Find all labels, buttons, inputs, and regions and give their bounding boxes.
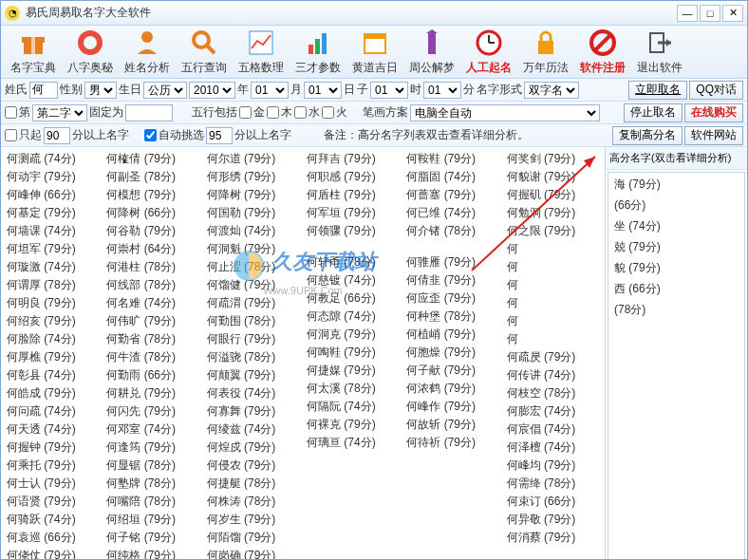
name-item[interactable]: 何邓室 (74分) [103, 421, 202, 438]
name-item[interactable]: 何岁生 (79分) [203, 512, 303, 528]
maximize-button[interactable]: □ [700, 5, 720, 22]
calendar-select[interactable]: 公历 [143, 82, 187, 99]
name-item[interactable]: 何尔道 (79分) [203, 151, 303, 167]
side-list-item[interactable]: 海 (79分) [610, 175, 742, 194]
name-item[interactable]: 何形绣 (79分) [203, 169, 303, 185]
name-item[interactable]: 何模想 (79分) [103, 187, 202, 203]
shui-checkbox[interactable] [294, 106, 307, 119]
name-item[interactable]: 何子献 (79分) [402, 363, 502, 379]
name-item[interactable]: 何降树 (79分) [203, 187, 303, 203]
name-item[interactable]: 何绍亥 (79分) [3, 313, 103, 329]
name-item[interactable]: 何貌谢 (79分) [503, 169, 603, 185]
name-item[interactable]: 何璇激 (74分) [3, 259, 103, 275]
name-item[interactable]: 何崇村 (64分) [103, 241, 202, 257]
name-item[interactable]: 何宸倡 (74分) [503, 421, 603, 438]
name-item[interactable]: 何 [503, 313, 603, 329]
huo-checkbox[interactable] [322, 106, 334, 119]
auto-checkbox[interactable] [144, 129, 157, 141]
name-item[interactable]: 何耕兑 (79分) [103, 385, 202, 401]
name-item[interactable]: 何太溪 (78分) [303, 381, 402, 397]
mu-checkbox[interactable] [267, 106, 279, 119]
month-select[interactable]: 01 [251, 82, 289, 99]
name-item[interactable]: 何捷艇 (78分) [203, 476, 303, 492]
name-item[interactable]: 何应歪 (79分) [402, 290, 502, 307]
name-item[interactable]: 何勤省 (78分) [103, 331, 202, 347]
name-item[interactable]: 何渡灿 (74分) [203, 223, 303, 239]
side-list-item[interactable]: 西 (66分) [610, 279, 742, 298]
name-item[interactable]: 何纯格 (79分) [103, 548, 202, 560]
name-item[interactable]: 何膨宏 (74分) [503, 403, 603, 420]
stop-button[interactable]: 停止取名 [624, 103, 683, 122]
toolbar-gift[interactable]: 名字宝典 [5, 26, 62, 78]
name-item[interactable]: 何闪先 (79分) [103, 403, 202, 420]
name-item[interactable]: 何袁巡 (66分) [3, 530, 103, 546]
name-item[interactable]: 何消蔡 (79分) [503, 530, 603, 546]
name-item[interactable]: 何浓鹤 (79分) [402, 381, 502, 397]
name-item[interactable]: 何测疏 (74分) [3, 151, 103, 167]
name-item[interactable]: 何株涛 (78分) [203, 494, 303, 510]
name-item[interactable]: 何骑跃 (74分) [3, 512, 103, 528]
name-item[interactable]: 何态隙 (74分) [303, 308, 402, 325]
name-item[interactable]: 何线部 (78分) [103, 277, 202, 293]
name-item[interactable]: 何彰县 (74分) [3, 367, 103, 383]
toolbar-no[interactable]: 软件注册 [574, 26, 631, 78]
name-item[interactable]: 何绍垣 (79分) [103, 512, 202, 528]
name-item[interactable]: 何裸克 (79分) [303, 417, 402, 433]
name-item[interactable]: 何勤围 (78分) [203, 313, 303, 329]
side-list-item[interactable]: 貌 (79分) [610, 258, 742, 277]
name-item[interactable]: 何峰伸 (66分) [3, 187, 103, 203]
name-item[interactable]: 何语贤 (79分) [3, 494, 103, 510]
name-item[interactable]: 何异敬 (79分) [503, 512, 603, 528]
name-item[interactable]: 何皓成 (79分) [3, 385, 103, 401]
name-item[interactable]: 何种堡 (78分) [402, 308, 502, 325]
name-item[interactable]: 何拜吉 (79分) [303, 151, 402, 167]
name-item[interactable]: 何煌戍 (79分) [203, 439, 303, 456]
qq-button[interactable]: QQ对话 [689, 81, 743, 100]
name-item[interactable]: 何谓厚 (78分) [3, 277, 103, 293]
name-item[interactable]: 何倩韭 (79分) [402, 272, 502, 289]
name-item[interactable]: 何伟旷 (79分) [103, 313, 202, 329]
name-item[interactable]: 何榷倩 (79分) [103, 151, 202, 167]
toolbar-calendar[interactable]: 黄道吉日 [346, 26, 403, 78]
auto-input[interactable] [206, 127, 233, 144]
hour-select[interactable]: 01 [370, 82, 408, 99]
name-item[interactable]: 何寡舞 (79分) [203, 403, 303, 420]
name-item[interactable]: 何侥仗 (79分) [3, 548, 103, 560]
fixed-input[interactable] [125, 104, 173, 121]
name-item[interactable]: 何问疏 (74分) [3, 403, 103, 420]
bihua-select[interactable]: 电脑全自动 [410, 104, 600, 121]
name-item[interactable]: 何表役 (74分) [203, 385, 303, 401]
surname-input[interactable] [29, 82, 58, 99]
name-item[interactable]: 何洞克 (79分) [303, 327, 402, 343]
name-item[interactable]: 何介锗 (78分) [402, 223, 502, 239]
name-item[interactable]: 何明良 (79分) [3, 295, 103, 311]
name-item[interactable]: 何奖剑 (79分) [503, 151, 603, 167]
day-select[interactable]: 01 [304, 82, 342, 99]
name-item[interactable]: 何疏渭 (79分) [203, 295, 303, 311]
name-item[interactable]: 何待祈 (79分) [402, 435, 502, 451]
name-item[interactable]: 何故斩 (79分) [402, 417, 502, 433]
name-item[interactable]: 何峰均 (79分) [503, 457, 603, 474]
name-item[interactable]: 何 [503, 295, 603, 311]
name-form-select[interactable]: 双字名 [524, 82, 579, 99]
name-item[interactable]: 何 [503, 241, 603, 257]
name-item[interactable]: 何之限 (79分) [503, 223, 603, 239]
name-item[interactable]: 何需绛 (78分) [503, 476, 603, 492]
name-item[interactable]: 何蔷塞 (79分) [402, 187, 502, 203]
toolbar-exit[interactable]: 退出软件 [631, 26, 688, 78]
name-item[interactable]: 何国勒 (79分) [203, 205, 303, 221]
name-item[interactable]: 何墙课 (74分) [3, 223, 103, 239]
name-item[interactable]: 何 [503, 277, 603, 293]
name-item[interactable]: 何绫兹 (74分) [203, 421, 303, 438]
name-item[interactable]: 何枝空 (78分) [503, 385, 603, 401]
name-item[interactable]: 何牛渣 (78分) [103, 349, 202, 365]
name-item[interactable]: 何胞燥 (79分) [402, 345, 502, 361]
side-list-item[interactable]: 坐 (74分) [610, 216, 742, 235]
name-item[interactable]: 何基定 (79分) [3, 205, 103, 221]
copy-button[interactable]: 复制高分名 [612, 126, 683, 145]
name-item[interactable]: 何勤雨 (66分) [103, 367, 202, 383]
name-item[interactable]: 何骓雁 (79分) [402, 254, 502, 271]
name-item[interactable]: 何谷勒 (79分) [103, 223, 202, 239]
name-item[interactable]: 何军垣 (79分) [303, 205, 402, 221]
name-item[interactable]: 何显锯 (78分) [103, 457, 202, 474]
